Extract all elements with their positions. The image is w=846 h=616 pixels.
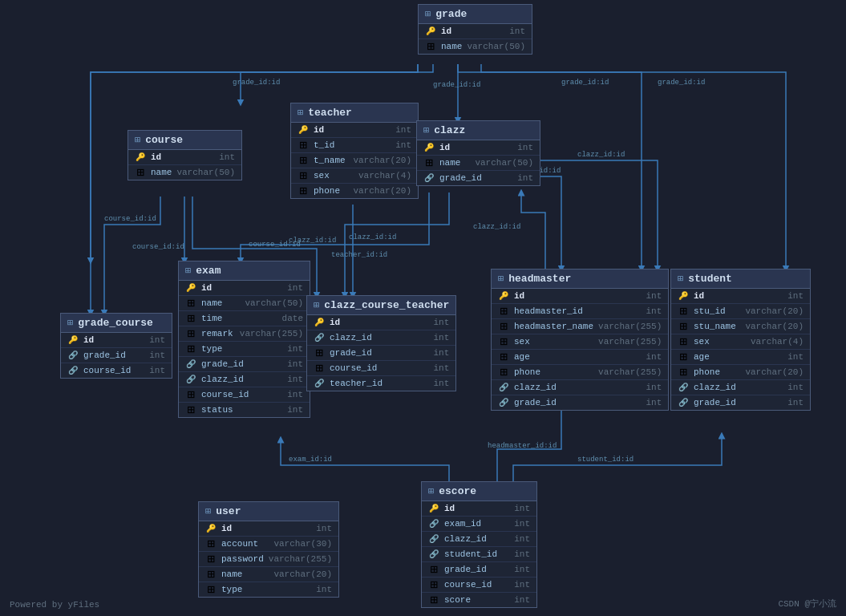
table-header-grade-course: ⊞ grade_course — [61, 314, 172, 333]
svg-text:grade_id:id: grade_id:id — [433, 81, 480, 89]
table-icon: ⊞ — [425, 8, 431, 20]
field-icon: ⊞ — [498, 336, 509, 347]
table-row: 🔑 id int — [307, 315, 455, 330]
svg-text:student_id:id: student_id:id — [577, 456, 633, 464]
field-icon: ⊞ — [498, 321, 509, 332]
table-row: 🔗 clazz_id int — [307, 330, 455, 346]
svg-text:clazz_id:id: clazz_id:id — [473, 223, 520, 231]
table-icon: ⊞ — [678, 273, 683, 285]
field-icon: ⊞ — [205, 584, 217, 595]
table-row: ⊞ password varchar(255) — [199, 552, 338, 567]
field-icon: ⊞ — [678, 367, 689, 378]
table-header-cct: ⊞ clazz_course_teacher — [307, 296, 455, 315]
table-icon: ⊞ — [298, 107, 303, 119]
table-teacher: ⊞ teacher 🔑 id int ⊞ t_id int ⊞ t_name v… — [290, 103, 419, 199]
fk-icon: 🔗 — [67, 365, 79, 376]
field-icon: ⊞ — [428, 594, 439, 606]
field-icon: ⊞ — [498, 306, 509, 317]
field-icon: ⊞ — [298, 185, 309, 197]
fk-icon: 🔗 — [67, 350, 79, 361]
table-row: ⊞ course_id int — [422, 578, 536, 593]
table-row: ⊞ sex varchar(4) — [671, 334, 810, 350]
table-row: ⊞ stu_name varchar(20) — [671, 319, 810, 334]
fk-icon: 🔗 — [498, 397, 509, 408]
table-row: ⊞ phone varchar(255) — [492, 365, 668, 380]
pk-icon: 🔑 — [185, 282, 196, 294]
table-row: 🔗 grade_id int — [671, 395, 810, 410]
table-row: ⊞ headmaster_id int — [492, 304, 668, 319]
table-row: ⊞ course_id int — [179, 387, 310, 403]
table-row: ⊞ score int — [422, 593, 536, 607]
table-row: 🔗 clazz_id int — [179, 372, 310, 387]
field-icon: ⊞ — [314, 363, 325, 374]
table-row: ⊞ time date — [179, 311, 310, 326]
field-icon: ⊞ — [498, 351, 509, 363]
pk-icon: 🔑 — [67, 334, 79, 346]
field-icon: ⊞ — [135, 167, 146, 178]
table-row: 🔑 id int — [492, 289, 668, 304]
table-row: ⊞ name varchar(50) — [419, 39, 532, 54]
field-icon: ⊞ — [678, 336, 689, 347]
table-row: 🔗 grade_id int — [492, 395, 668, 410]
field-icon: ⊞ — [678, 306, 689, 317]
table-header-clazz: ⊞ clazz — [417, 121, 540, 140]
table-row: 🔑 id int — [61, 333, 172, 348]
table-row: ⊞ age int — [671, 350, 810, 365]
field-icon: ⊞ — [185, 343, 196, 355]
table-row: ⊞ t_id int — [291, 138, 418, 153]
table-row: 🔗 clazz_id int — [671, 380, 810, 395]
fk-icon: 🔗 — [314, 378, 325, 389]
fk-icon: 🔗 — [185, 374, 196, 385]
table-row: ⊞ sex varchar(255) — [492, 334, 668, 350]
svg-text:grade_id:id: grade_id:id — [561, 79, 609, 87]
field-icon: ⊞ — [185, 328, 196, 339]
table-row: ⊞ course_id int — [307, 361, 455, 376]
svg-text:headmaster_id:id: headmaster_id:id — [488, 442, 557, 450]
table-row: 🔗 grade_id int — [179, 357, 310, 372]
pk-icon: 🔑 — [498, 290, 509, 302]
table-header-grade: ⊞ grade — [419, 5, 532, 24]
table-row: ⊞ t_name varchar(20) — [291, 153, 418, 168]
table-user: ⊞ user 🔑 id int ⊞ account varchar(30) ⊞ … — [198, 501, 339, 598]
table-icon: ⊞ — [498, 273, 504, 285]
field-icon: ⊞ — [298, 140, 309, 151]
field-icon: ⊞ — [205, 569, 217, 580]
fk-icon: 🔗 — [678, 397, 689, 408]
svg-text:teacher_id:id: teacher_id:id — [331, 251, 387, 259]
table-row: ⊞ name varchar(50) — [417, 156, 540, 171]
table-row: 🔑 id int — [419, 24, 532, 39]
pk-icon: 🔑 — [298, 124, 309, 136]
field-icon: ⊞ — [425, 41, 436, 52]
pk-icon: 🔑 — [423, 142, 435, 153]
field-icon: ⊞ — [298, 170, 309, 181]
table-header-escore: ⊞ escore — [422, 482, 536, 501]
table-header-course: ⊞ course — [128, 131, 241, 150]
field-icon: ⊞ — [298, 155, 309, 166]
table-headmaster: ⊞ headmaster 🔑 id int ⊞ headmaster_id in… — [491, 269, 669, 411]
table-row: 🔑 id int — [417, 140, 540, 156]
pk-icon: 🔑 — [314, 317, 325, 328]
field-icon: ⊞ — [428, 564, 439, 575]
table-row: ⊞ grade_id int — [307, 346, 455, 361]
table-icon: ⊞ — [314, 299, 319, 311]
table-clazz-course-teacher: ⊞ clazz_course_teacher 🔑 id int 🔗 clazz_… — [306, 295, 456, 391]
field-icon: ⊞ — [498, 367, 509, 378]
table-clazz: ⊞ clazz 🔑 id int ⊞ name varchar(50) 🔗 gr… — [416, 120, 540, 186]
table-header-headmaster: ⊞ headmaster — [492, 270, 668, 289]
footer-left: Powered by yFiles — [10, 600, 99, 610]
table-icon: ⊞ — [185, 265, 191, 277]
pk-icon: 🔑 — [135, 152, 146, 163]
svg-text:exam_id:id: exam_id:id — [289, 456, 332, 464]
table-row: ⊞ phone varchar(20) — [291, 184, 418, 198]
field-icon: ⊞ — [185, 313, 196, 324]
svg-text:clazz_id:id: clazz_id:id — [289, 237, 336, 245]
pk-icon: 🔑 — [205, 523, 217, 534]
table-row: ⊞ type int — [199, 582, 338, 597]
fk-icon: 🔗 — [498, 382, 509, 393]
fk-icon: 🔗 — [185, 359, 196, 370]
diagram-canvas: grade_id:id grade_id:id grade_id:id grad… — [0, 0, 846, 616]
table-icon: ⊞ — [135, 134, 140, 146]
table-row: 🔗 course_id int — [61, 363, 172, 378]
fk-icon: 🔗 — [428, 549, 439, 560]
footer-right: CSDN @宁小流 — [778, 598, 836, 610]
